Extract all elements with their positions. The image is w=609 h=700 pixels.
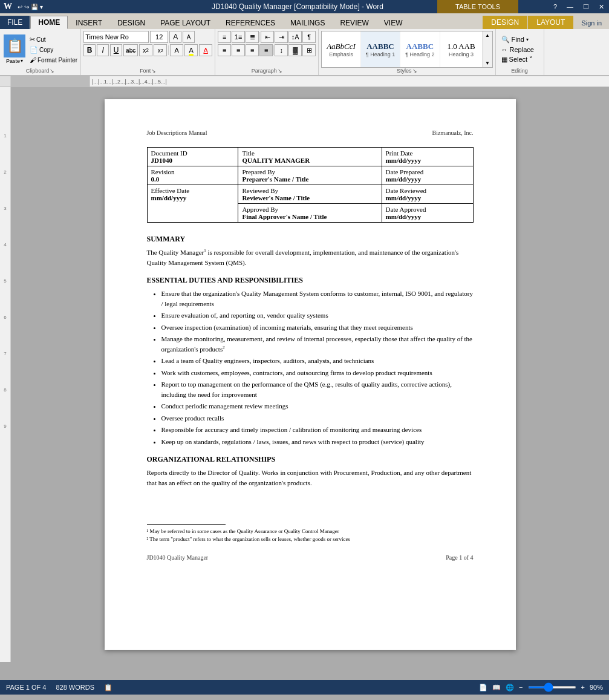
font-color-button[interactable]: A	[199, 44, 212, 56]
maximize-button[interactable]: ☐	[578, 3, 594, 11]
print-date-label: Print Date	[386, 149, 469, 157]
customize-icon[interactable]: ▾	[40, 4, 43, 10]
style-emphasis[interactable]: AaBbCcI Emphasis	[322, 31, 361, 67]
underline-button[interactable]: U	[110, 44, 122, 56]
page-header: Job Descriptions Manual Bizmanualz, Inc.	[147, 129, 474, 136]
zoom-level: 90%	[590, 684, 603, 691]
undo-icon[interactable]: ↩	[18, 4, 22, 10]
left-ruler: 1 2 3 4 5 6 7 8 9	[0, 87, 11, 662]
decrease-font-button[interactable]: A	[183, 31, 195, 43]
find-button[interactable]: 🔍Find▾	[500, 35, 540, 44]
page-footer: JD1040 Quality Manager Page 1 of 4	[147, 554, 474, 561]
footnote-1: ¹ May be referred to in some cases as th…	[147, 528, 474, 534]
tab-design[interactable]: DESIGN	[110, 17, 152, 29]
paste-button[interactable]: 📋 Paste▾	[1, 33, 28, 65]
tab-references[interactable]: REFERENCES	[218, 17, 282, 29]
prepared-by-value: Preparer's Name / Title	[242, 175, 377, 183]
revision-value: 0.0	[151, 175, 235, 183]
footer-left: JD1040 Quality Manager	[147, 554, 209, 561]
org-heading: ORGANIZATIONAL RELATIONSHIPS	[147, 455, 474, 464]
minimize-button[interactable]: —	[562, 3, 578, 11]
redo-icon[interactable]: ↪	[24, 4, 29, 10]
sign-in-link[interactable]: Sign in	[574, 17, 609, 29]
view-reading-icon[interactable]: 📖	[492, 684, 501, 692]
show-hide-button[interactable]: ¶	[302, 31, 316, 43]
duty-item: Manage the monitoring, measurement, and …	[161, 334, 474, 354]
borders-button[interactable]: ⊞	[302, 44, 316, 56]
reviewed-by-label: Reviewed By	[242, 187, 377, 194]
tab-table-layout[interactable]: LAYOUT	[528, 16, 573, 29]
save-icon[interactable]: 💾	[31, 4, 38, 10]
justify-button[interactable]: ≡	[259, 44, 273, 56]
duty-item: Lead a team of Quality engineers, inspec…	[161, 356, 474, 366]
tab-table-design[interactable]: DESIGN	[483, 16, 527, 29]
tab-page-layout[interactable]: PAGE LAYOUT	[153, 17, 218, 29]
superscript-button[interactable]: x2	[154, 44, 167, 56]
tab-file[interactable]: FILE	[0, 16, 30, 29]
document-check-icon[interactable]: 📋	[104, 684, 112, 692]
styles-scroll-up[interactable]: ▲ ▼	[483, 31, 492, 67]
cut-button[interactable]: ✂Cut	[28, 35, 79, 44]
help-icon[interactable]: ?	[549, 3, 562, 11]
title-value: QUALITY MANAGER	[242, 157, 377, 164]
clipboard-group: 📋 Paste▾ ✂Cut 📄Copy 🖌Format Painter Clip…	[0, 29, 81, 75]
tab-insert[interactable]: INSERT	[68, 17, 109, 29]
print-date-value: mm/dd/yyyy	[386, 157, 469, 164]
view-normal-icon[interactable]: 📄	[479, 684, 487, 692]
clear-format-button[interactable]: A	[170, 44, 183, 56]
copy-button[interactable]: 📄Copy	[28, 45, 79, 54]
increase-indent-button[interactable]: ⇥	[275, 31, 288, 43]
effective-date-value: mm/dd/yyyy	[151, 194, 235, 201]
page-info: PAGE 1 OF 4	[6, 684, 46, 691]
zoom-slider[interactable]	[528, 686, 576, 689]
status-right: 📄 📖 🌐 − + 90%	[479, 684, 603, 692]
align-left-button[interactable]: ≡	[218, 44, 231, 56]
numbering-button[interactable]: 1≡	[232, 31, 245, 43]
subscript-button[interactable]: x2	[139, 44, 152, 56]
status-left: PAGE 1 OF 4 828 WORDS 📋	[6, 684, 112, 692]
italic-button[interactable]: I	[97, 44, 109, 56]
reviewed-by-value: Reviewer's Name / Title	[242, 194, 377, 201]
title-label: Title	[242, 149, 377, 157]
duty-item: Ensure evaluation of, and reporting on, …	[161, 310, 474, 321]
tab-view[interactable]: VIEW	[377, 17, 410, 29]
line-spacing-button[interactable]: ↕	[275, 44, 288, 56]
multilevel-list-button[interactable]: ≣	[246, 31, 259, 43]
styles-group: AaBbCcI Emphasis AABBC ¶ Heading 1 AABBC…	[319, 29, 495, 75]
select-button[interactable]: ▦Select ˅	[500, 55, 540, 64]
bold-button[interactable]: B	[83, 44, 96, 56]
increase-font-button[interactable]: A	[169, 31, 181, 43]
view-web-icon[interactable]: 🌐	[506, 684, 514, 692]
zoom-in-button[interactable]: +	[581, 684, 585, 691]
format-painter-button[interactable]: 🖌Format Painter	[28, 56, 79, 64]
duty-item: Conduct periodic management review meeti…	[161, 401, 474, 411]
editing-group: 🔍Find▾ ↔Replace ▦Select ˅ Editing	[496, 29, 544, 75]
tab-mailings[interactable]: MAILINGS	[283, 17, 332, 29]
tab-review[interactable]: REVIEW	[333, 17, 376, 29]
revision-label: Revision	[151, 168, 235, 175]
strikethrough-button[interactable]: abc	[123, 44, 138, 56]
style-heading3[interactable]: 1.0 AAB Heading 3	[440, 31, 483, 67]
align-right-button[interactable]: ≡	[246, 44, 259, 56]
sort-button[interactable]: ↕A	[288, 31, 302, 43]
duty-item: Oversee inspection (examination) of inco…	[161, 322, 474, 333]
highlight-color-button[interactable]: A	[184, 44, 198, 56]
shading-button[interactable]: ▓	[288, 44, 302, 56]
zoom-out-button[interactable]: −	[519, 684, 523, 691]
bullets-button[interactable]: ≡	[218, 31, 231, 43]
paragraph-group-label: Paragraph↘	[218, 68, 316, 74]
doc-info-table: Document ID JD1040 Title QUALITY MANAGER…	[147, 147, 474, 223]
decrease-indent-button[interactable]: ⇤	[261, 31, 274, 43]
font-size-input[interactable]: 12	[150, 31, 168, 43]
style-heading1[interactable]: AABBC ¶ Heading 1	[361, 31, 400, 67]
doc-id-label: Document ID	[151, 149, 235, 157]
align-center-button[interactable]: ≡	[232, 44, 245, 56]
close-button[interactable]: ✕	[594, 3, 609, 11]
style-heading2[interactable]: AABBC ¶ Heading 2	[400, 31, 440, 67]
tab-home[interactable]: HOME	[30, 16, 68, 29]
font-name-input[interactable]	[83, 31, 149, 43]
date-approved-label: Date Approved	[386, 206, 469, 213]
replace-button[interactable]: ↔Replace	[500, 45, 540, 54]
doc-id-value: JD1040	[151, 157, 235, 164]
date-reviewed-value: mm/dd/yyyy	[386, 194, 469, 201]
